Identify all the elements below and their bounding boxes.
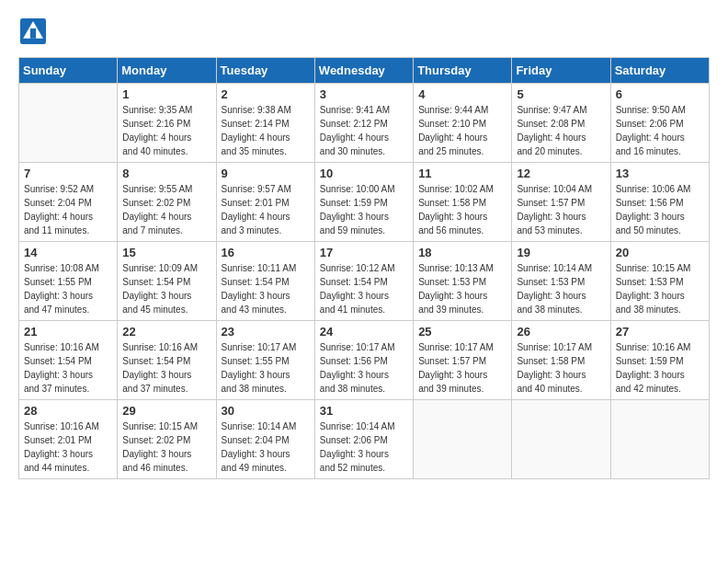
day-info: Sunrise: 9:44 AM Sunset: 2:10 PM Dayligh… [418, 103, 506, 158]
day-number: 4 [418, 87, 506, 101]
day-number: 6 [616, 87, 704, 101]
day-info: Sunrise: 10:04 AM Sunset: 1:57 PM Daylig… [517, 182, 605, 237]
column-header-monday: Monday [118, 58, 216, 84]
day-info: Sunrise: 9:47 AM Sunset: 2:08 PM Dayligh… [517, 103, 605, 158]
calendar-cell: 24Sunrise: 10:17 AM Sunset: 1:56 PM Dayl… [314, 321, 413, 400]
calendar-header-row: SundayMondayTuesdayWednesdayThursdayFrid… [19, 58, 710, 84]
calendar-cell: 18Sunrise: 10:13 AM Sunset: 1:53 PM Dayl… [414, 242, 512, 321]
calendar-cell [512, 400, 610, 479]
calendar-week-row: 14Sunrise: 10:08 AM Sunset: 1:55 PM Dayl… [19, 242, 710, 321]
calendar-cell: 9Sunrise: 9:57 AM Sunset: 2:01 PM Daylig… [216, 163, 314, 242]
day-info: Sunrise: 10:16 AM Sunset: 1:54 PM Daylig… [24, 340, 112, 396]
day-info: Sunrise: 10:14 AM Sunset: 2:06 PM Daylig… [320, 419, 408, 475]
calendar-week-row: 28Sunrise: 10:16 AM Sunset: 2:01 PM Dayl… [19, 400, 710, 479]
day-number: 3 [320, 87, 408, 101]
calendar-cell: 7Sunrise: 9:52 AM Sunset: 2:04 PM Daylig… [19, 163, 118, 242]
calendar-table: SundayMondayTuesdayWednesdayThursdayFrid… [18, 57, 710, 479]
calendar-cell: 23Sunrise: 10:17 AM Sunset: 1:55 PM Dayl… [216, 321, 314, 400]
day-info: Sunrise: 10:16 AM Sunset: 2:01 PM Daylig… [24, 419, 112, 475]
day-info: Sunrise: 9:35 AM Sunset: 2:16 PM Dayligh… [122, 103, 210, 158]
day-info: Sunrise: 10:17 AM Sunset: 1:55 PM Daylig… [222, 340, 310, 396]
day-number: 16 [222, 246, 310, 259]
calendar-cell: 29Sunrise: 10:15 AM Sunset: 2:02 PM Dayl… [118, 400, 216, 479]
calendar-week-row: 21Sunrise: 10:16 AM Sunset: 1:54 PM Dayl… [19, 321, 710, 400]
day-info: Sunrise: 10:14 AM Sunset: 1:53 PM Daylig… [517, 261, 605, 316]
calendar-cell: 28Sunrise: 10:16 AM Sunset: 2:01 PM Dayl… [19, 400, 118, 479]
calendar-cell [414, 400, 512, 479]
logo [18, 18, 46, 48]
day-info: Sunrise: 10:17 AM Sunset: 1:56 PM Daylig… [320, 340, 408, 396]
day-info: Sunrise: 10:13 AM Sunset: 1:53 PM Daylig… [418, 261, 506, 316]
calendar-cell: 20Sunrise: 10:15 AM Sunset: 1:53 PM Dayl… [610, 242, 709, 321]
calendar-cell: 4Sunrise: 9:44 AM Sunset: 2:10 PM Daylig… [414, 84, 512, 163]
day-number: 11 [418, 167, 506, 180]
day-info: Sunrise: 9:52 AM Sunset: 2:04 PM Dayligh… [24, 182, 112, 237]
calendar-cell [610, 400, 709, 479]
day-info: Sunrise: 9:55 AM Sunset: 2:02 PM Dayligh… [122, 182, 210, 237]
day-number: 25 [418, 325, 506, 339]
day-number: 17 [320, 246, 408, 259]
day-info: Sunrise: 10:16 AM Sunset: 1:59 PM Daylig… [616, 340, 704, 396]
column-header-tuesday: Tuesday [216, 58, 314, 84]
calendar-cell: 19Sunrise: 10:14 AM Sunset: 1:53 PM Dayl… [512, 242, 610, 321]
day-number: 19 [517, 246, 605, 259]
day-number: 1 [122, 87, 210, 101]
column-header-wednesday: Wednesday [314, 58, 413, 84]
day-number: 13 [616, 167, 704, 180]
day-number: 21 [24, 325, 112, 339]
svg-rect-2 [30, 29, 36, 39]
column-header-saturday: Saturday [610, 58, 709, 84]
calendar-cell: 26Sunrise: 10:17 AM Sunset: 1:58 PM Dayl… [512, 321, 610, 400]
day-info: Sunrise: 10:17 AM Sunset: 1:57 PM Daylig… [418, 340, 506, 396]
calendar-cell: 22Sunrise: 10:16 AM Sunset: 1:54 PM Dayl… [118, 321, 216, 400]
day-number: 20 [616, 246, 704, 259]
calendar-cell: 3Sunrise: 9:41 AM Sunset: 2:12 PM Daylig… [314, 84, 413, 163]
day-number: 28 [24, 404, 112, 418]
day-info: Sunrise: 10:17 AM Sunset: 1:58 PM Daylig… [517, 340, 605, 396]
calendar-cell: 8Sunrise: 9:55 AM Sunset: 2:02 PM Daylig… [118, 163, 216, 242]
day-info: Sunrise: 9:57 AM Sunset: 2:01 PM Dayligh… [222, 182, 310, 237]
day-number: 2 [222, 87, 310, 101]
calendar-cell: 11Sunrise: 10:02 AM Sunset: 1:58 PM Dayl… [414, 163, 512, 242]
day-info: Sunrise: 10:12 AM Sunset: 1:54 PM Daylig… [320, 261, 408, 316]
day-info: Sunrise: 10:15 AM Sunset: 2:02 PM Daylig… [122, 419, 210, 475]
calendar-cell: 30Sunrise: 10:14 AM Sunset: 2:04 PM Dayl… [216, 400, 314, 479]
day-info: Sunrise: 10:14 AM Sunset: 2:04 PM Daylig… [222, 419, 310, 475]
calendar-cell [19, 84, 118, 163]
calendar-cell: 15Sunrise: 10:09 AM Sunset: 1:54 PM Dayl… [118, 242, 216, 321]
calendar-cell: 14Sunrise: 10:08 AM Sunset: 1:55 PM Dayl… [19, 242, 118, 321]
day-info: Sunrise: 10:02 AM Sunset: 1:58 PM Daylig… [418, 182, 506, 237]
calendar-cell: 12Sunrise: 10:04 AM Sunset: 1:57 PM Dayl… [512, 163, 610, 242]
day-number: 30 [222, 404, 310, 418]
day-info: Sunrise: 9:50 AM Sunset: 2:06 PM Dayligh… [616, 103, 704, 158]
calendar-cell: 13Sunrise: 10:06 AM Sunset: 1:56 PM Dayl… [610, 163, 709, 242]
day-number: 5 [517, 87, 605, 101]
calendar-cell: 27Sunrise: 10:16 AM Sunset: 1:59 PM Dayl… [610, 321, 709, 400]
day-number: 23 [222, 325, 310, 339]
day-info: Sunrise: 10:00 AM Sunset: 1:59 PM Daylig… [320, 182, 408, 237]
day-number: 8 [122, 167, 210, 180]
day-info: Sunrise: 10:08 AM Sunset: 1:55 PM Daylig… [24, 261, 112, 316]
day-info: Sunrise: 10:09 AM Sunset: 1:54 PM Daylig… [122, 261, 210, 316]
calendar-cell: 5Sunrise: 9:47 AM Sunset: 2:08 PM Daylig… [512, 84, 610, 163]
calendar-cell: 25Sunrise: 10:17 AM Sunset: 1:57 PM Dayl… [414, 321, 512, 400]
day-number: 9 [222, 167, 310, 180]
column-header-thursday: Thursday [414, 58, 512, 84]
day-info: Sunrise: 10:15 AM Sunset: 1:53 PM Daylig… [616, 261, 704, 316]
column-header-friday: Friday [512, 58, 610, 84]
day-number: 31 [320, 404, 408, 418]
day-number: 7 [24, 167, 112, 180]
calendar-cell: 6Sunrise: 9:50 AM Sunset: 2:06 PM Daylig… [610, 84, 709, 163]
day-number: 12 [517, 167, 605, 180]
day-number: 26 [517, 325, 605, 339]
day-info: Sunrise: 9:38 AM Sunset: 2:14 PM Dayligh… [222, 103, 310, 158]
day-number: 14 [24, 246, 112, 259]
day-info: Sunrise: 10:16 AM Sunset: 1:54 PM Daylig… [122, 340, 210, 396]
calendar-cell: 21Sunrise: 10:16 AM Sunset: 1:54 PM Dayl… [19, 321, 118, 400]
day-number: 27 [616, 325, 704, 339]
calendar-cell: 2Sunrise: 9:38 AM Sunset: 2:14 PM Daylig… [216, 84, 314, 163]
day-info: Sunrise: 10:06 AM Sunset: 1:56 PM Daylig… [616, 182, 704, 237]
calendar-week-row: 1Sunrise: 9:35 AM Sunset: 2:16 PM Daylig… [19, 84, 710, 163]
day-info: Sunrise: 10:11 AM Sunset: 1:54 PM Daylig… [222, 261, 310, 316]
calendar-cell: 10Sunrise: 10:00 AM Sunset: 1:59 PM Dayl… [314, 163, 413, 242]
